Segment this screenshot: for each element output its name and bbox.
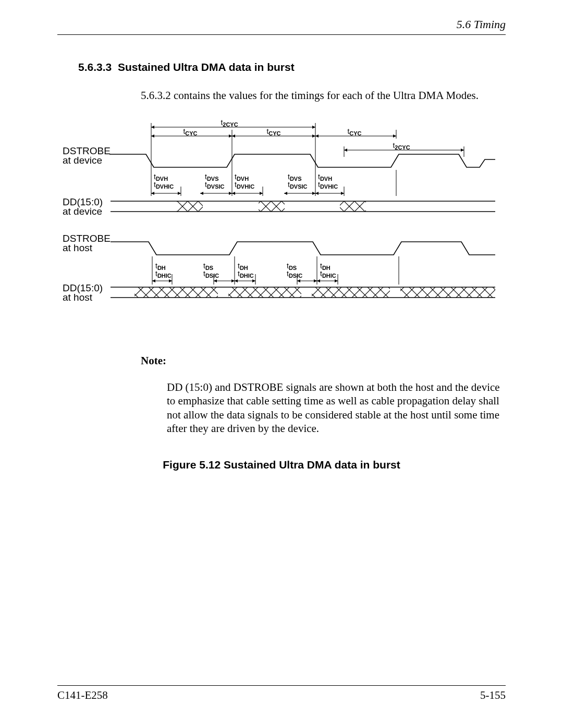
svg-text:at host: at host [63,242,93,253]
svg-text:t2CYC: t2CYC [393,141,410,151]
svg-text:tCYC: tCYC [183,127,197,137]
svg-text:t2CYC: t2CYC [221,118,238,128]
footer-rule [57,685,506,686]
svg-text:tDVH: tDVH [318,172,332,182]
note-body: DD (15:0) and DSTROBE signals are shown … [167,380,500,435]
svg-text:at device: at device [63,155,102,166]
page-footer: C141-E258 5-155 [57,681,506,702]
footer-doc-id: C141-E258 [57,689,108,702]
svg-rect-46 [340,201,366,212]
svg-text:tCYC: tCYC [266,127,280,137]
svg-text:tDVH: tDVH [235,172,249,182]
svg-text:tDVS: tDVS [288,172,302,182]
intro-paragraph: 5.6.3.2 contains the values for the timi… [141,89,506,102]
footer-page-number: 5-155 [480,689,506,702]
svg-rect-78 [228,287,301,298]
figure-caption: Figure 5.12 Sustained Ultra DMA data in … [57,459,506,471]
svg-rect-44 [177,201,203,212]
svg-rect-80 [400,287,495,298]
note-label: Note: [141,354,506,367]
timing-diagram: t2CYC tCYC tCYC tCYC t2CYC DSTROBE at de… [63,118,506,328]
svg-text:at host: at host [63,292,93,303]
svg-rect-77 [134,287,218,298]
section-number: 5.6.3.3 [78,61,112,73]
svg-text:tDVS: tDVS [205,172,219,182]
section-title: Sustained Ultra DMA data in burst [118,61,295,73]
svg-text:tDVH: tDVH [154,172,168,182]
svg-text:tCYC: tCYC [347,127,361,137]
header-rule [57,34,506,35]
svg-rect-45 [259,201,285,212]
section-heading: 5.6.3.3 Sustained Ultra DMA data in burs… [78,61,506,73]
svg-text:at device: at device [63,206,102,217]
running-head: 5.6 Timing [57,18,506,31]
svg-rect-79 [312,287,390,298]
